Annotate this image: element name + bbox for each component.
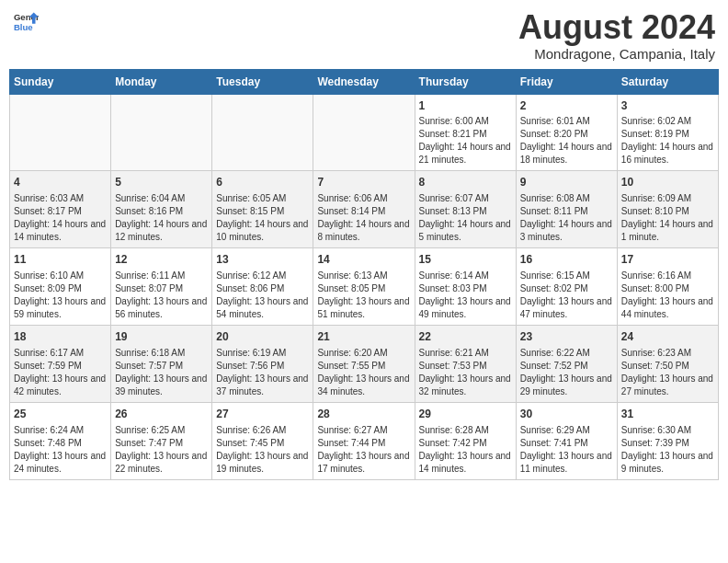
day-number: 4 [14, 175, 107, 190]
day-info: Sunrise: 6:11 AMSunset: 8:07 PMDaylight:… [115, 270, 208, 321]
day-header-friday: Friday [516, 69, 617, 94]
calendar-cell: 21Sunrise: 6:20 AMSunset: 7:55 PMDayligh… [313, 325, 415, 402]
day-header-thursday: Thursday [415, 69, 516, 94]
day-number: 27 [216, 407, 309, 422]
day-info: Sunrise: 6:03 AMSunset: 8:17 PMDaylight:… [14, 192, 107, 244]
day-info: Sunrise: 6:17 AMSunset: 7:59 PMDaylight:… [14, 347, 107, 398]
day-info: Sunrise: 6:30 AMSunset: 7:39 PMDaylight:… [621, 424, 714, 476]
day-number: 25 [14, 407, 107, 422]
day-number: 10 [621, 175, 714, 190]
day-number: 6 [216, 175, 309, 190]
day-info: Sunrise: 6:10 AMSunset: 8:09 PMDaylight:… [14, 270, 107, 321]
calendar-cell: 28Sunrise: 6:27 AMSunset: 7:44 PMDayligh… [313, 402, 415, 479]
day-info: Sunrise: 6:19 AMSunset: 7:56 PMDaylight:… [216, 347, 309, 398]
month-title: August 2024 [518, 9, 715, 46]
calendar-cell: 11Sunrise: 6:10 AMSunset: 8:09 PMDayligh… [10, 248, 111, 326]
calendar-cell: 6Sunrise: 6:05 AMSunset: 8:15 PMDaylight… [212, 171, 313, 248]
week-row-5: 25Sunrise: 6:24 AMSunset: 7:48 PMDayligh… [10, 402, 719, 479]
day-header-tuesday: Tuesday [212, 69, 313, 94]
day-info: Sunrise: 6:15 AMSunset: 8:02 PMDaylight:… [520, 270, 613, 321]
calendar-cell: 16Sunrise: 6:15 AMSunset: 8:02 PMDayligh… [516, 248, 617, 326]
calendar-cell: 3Sunrise: 6:02 AMSunset: 8:19 PMDaylight… [617, 94, 718, 171]
day-info: Sunrise: 6:04 AMSunset: 8:16 PMDaylight:… [115, 192, 208, 244]
day-info: Sunrise: 6:27 AMSunset: 7:44 PMDaylight:… [317, 424, 410, 476]
calendar-table: SundayMondayTuesdayWednesdayThursdayFrid… [9, 69, 719, 480]
day-number: 7 [317, 175, 410, 190]
day-info: Sunrise: 6:26 AMSunset: 7:45 PMDaylight:… [216, 424, 309, 476]
day-number: 5 [115, 175, 208, 190]
calendar-cell: 2Sunrise: 6:01 AMSunset: 8:20 PMDaylight… [516, 94, 617, 171]
header-row: SundayMondayTuesdayWednesdayThursdayFrid… [10, 69, 719, 94]
day-info: Sunrise: 6:20 AMSunset: 7:55 PMDaylight:… [317, 347, 410, 398]
day-info: Sunrise: 6:02 AMSunset: 8:19 PMDaylight:… [621, 115, 714, 167]
day-info: Sunrise: 6:00 AMSunset: 8:21 PMDaylight:… [419, 115, 512, 167]
day-number: 9 [520, 175, 613, 190]
day-info: Sunrise: 6:01 AMSunset: 8:20 PMDaylight:… [520, 115, 613, 167]
day-info: Sunrise: 6:16 AMSunset: 8:00 PMDaylight:… [621, 270, 714, 321]
day-number: 1 [419, 98, 512, 114]
day-info: Sunrise: 6:06 AMSunset: 8:14 PMDaylight:… [317, 192, 410, 244]
day-number: 26 [115, 407, 208, 422]
logo-icon: General Blue [13, 9, 39, 35]
calendar-cell: 5Sunrise: 6:04 AMSunset: 8:16 PMDaylight… [111, 171, 212, 248]
calendar-cell: 26Sunrise: 6:25 AMSunset: 7:47 PMDayligh… [111, 402, 212, 479]
calendar-cell: 31Sunrise: 6:30 AMSunset: 7:39 PMDayligh… [617, 402, 718, 479]
day-info: Sunrise: 6:08 AMSunset: 8:11 PMDaylight:… [520, 192, 613, 244]
day-header-saturday: Saturday [617, 69, 718, 94]
day-number: 28 [317, 407, 410, 422]
calendar-cell: 8Sunrise: 6:07 AMSunset: 8:13 PMDaylight… [415, 171, 516, 248]
calendar-cell: 15Sunrise: 6:14 AMSunset: 8:03 PMDayligh… [415, 248, 516, 326]
day-number: 3 [621, 98, 714, 114]
day-number: 30 [520, 407, 613, 422]
logo: General Blue [13, 9, 39, 35]
location-subtitle: Mondragone, Campania, Italy [518, 46, 715, 62]
day-number: 16 [520, 252, 613, 268]
day-info: Sunrise: 6:21 AMSunset: 7:53 PMDaylight:… [419, 347, 512, 398]
day-info: Sunrise: 6:07 AMSunset: 8:13 PMDaylight:… [419, 192, 512, 244]
calendar-cell: 24Sunrise: 6:23 AMSunset: 7:50 PMDayligh… [617, 325, 718, 402]
svg-text:Blue: Blue [14, 22, 33, 32]
day-header-monday: Monday [111, 69, 212, 94]
week-row-2: 4Sunrise: 6:03 AMSunset: 8:17 PMDaylight… [10, 171, 719, 248]
day-number: 13 [216, 252, 309, 268]
title-area: August 2024 Mondragone, Campania, Italy [518, 9, 715, 62]
calendar-cell [212, 94, 313, 171]
day-number: 19 [115, 329, 208, 345]
week-row-4: 18Sunrise: 6:17 AMSunset: 7:59 PMDayligh… [10, 325, 719, 402]
calendar-cell: 20Sunrise: 6:19 AMSunset: 7:56 PMDayligh… [212, 325, 313, 402]
day-number: 12 [115, 252, 208, 268]
day-number: 22 [419, 329, 512, 345]
day-info: Sunrise: 6:28 AMSunset: 7:42 PMDaylight:… [419, 424, 512, 476]
week-row-3: 11Sunrise: 6:10 AMSunset: 8:09 PMDayligh… [10, 248, 719, 326]
day-number: 8 [419, 175, 512, 190]
day-info: Sunrise: 6:14 AMSunset: 8:03 PMDaylight:… [419, 270, 512, 321]
day-header-sunday: Sunday [10, 69, 111, 94]
day-info: Sunrise: 6:09 AMSunset: 8:10 PMDaylight:… [621, 192, 714, 244]
day-info: Sunrise: 6:22 AMSunset: 7:52 PMDaylight:… [520, 347, 613, 398]
day-number: 24 [621, 329, 714, 345]
calendar-cell [10, 94, 111, 171]
day-number: 20 [216, 329, 309, 345]
calendar-cell: 12Sunrise: 6:11 AMSunset: 8:07 PMDayligh… [111, 248, 212, 326]
day-info: Sunrise: 6:23 AMSunset: 7:50 PMDaylight:… [621, 347, 714, 398]
calendar-cell [313, 94, 415, 171]
calendar-cell [111, 94, 212, 171]
calendar-cell: 19Sunrise: 6:18 AMSunset: 7:57 PMDayligh… [111, 325, 212, 402]
day-number: 2 [520, 98, 613, 114]
calendar-cell: 14Sunrise: 6:13 AMSunset: 8:05 PMDayligh… [313, 248, 415, 326]
calendar-cell: 25Sunrise: 6:24 AMSunset: 7:48 PMDayligh… [10, 402, 111, 479]
day-info: Sunrise: 6:24 AMSunset: 7:48 PMDaylight:… [14, 424, 107, 476]
calendar-cell: 27Sunrise: 6:26 AMSunset: 7:45 PMDayligh… [212, 402, 313, 479]
calendar-cell: 29Sunrise: 6:28 AMSunset: 7:42 PMDayligh… [415, 402, 516, 479]
calendar-cell: 10Sunrise: 6:09 AMSunset: 8:10 PMDayligh… [617, 171, 718, 248]
calendar-cell: 13Sunrise: 6:12 AMSunset: 8:06 PMDayligh… [212, 248, 313, 326]
calendar-cell: 23Sunrise: 6:22 AMSunset: 7:52 PMDayligh… [516, 325, 617, 402]
day-header-wednesday: Wednesday [313, 69, 415, 94]
calendar-cell: 9Sunrise: 6:08 AMSunset: 8:11 PMDaylight… [516, 171, 617, 248]
calendar-cell: 1Sunrise: 6:00 AMSunset: 8:21 PMDaylight… [415, 94, 516, 171]
day-number: 17 [621, 252, 714, 268]
page-header: General Blue August 2024 Mondragone, Cam… [9, 9, 719, 62]
day-info: Sunrise: 6:25 AMSunset: 7:47 PMDaylight:… [115, 424, 208, 476]
calendar-cell: 22Sunrise: 6:21 AMSunset: 7:53 PMDayligh… [415, 325, 516, 402]
week-row-1: 1Sunrise: 6:00 AMSunset: 8:21 PMDaylight… [10, 94, 719, 171]
